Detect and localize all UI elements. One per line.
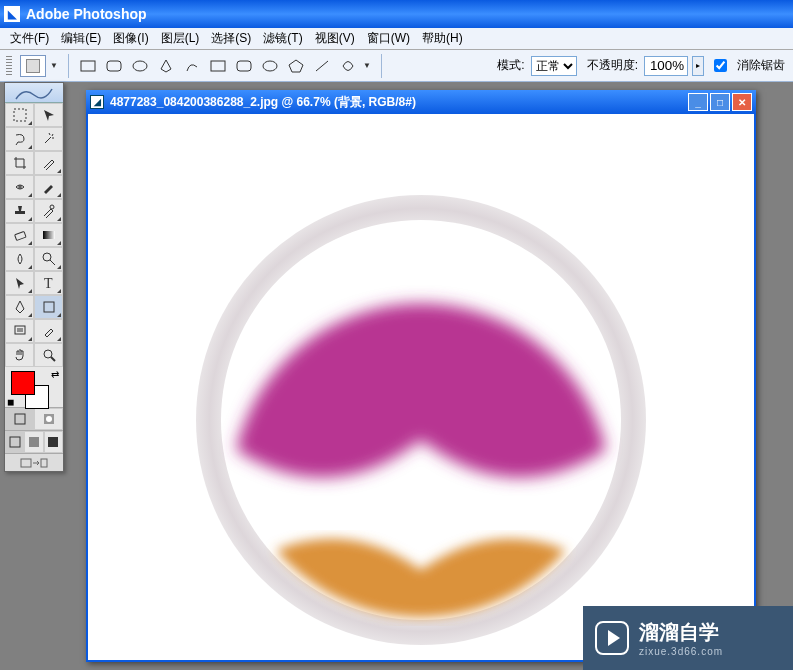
tool-healing[interactable] bbox=[5, 175, 34, 199]
shape-rounded2-icon[interactable] bbox=[233, 55, 255, 77]
tool-shape[interactable] bbox=[34, 295, 63, 319]
tool-stamp[interactable] bbox=[5, 199, 34, 223]
tool-crop[interactable] bbox=[5, 151, 34, 175]
maximize-button[interactable]: □ bbox=[710, 93, 730, 111]
tool-zoom[interactable] bbox=[34, 343, 63, 367]
opacity-label: 不透明度: bbox=[587, 57, 638, 74]
play-icon bbox=[595, 621, 629, 655]
swap-colors-icon[interactable]: ⇄ bbox=[51, 369, 59, 380]
tool-marquee[interactable] bbox=[5, 103, 34, 127]
menu-filter[interactable]: 滤镜(T) bbox=[257, 28, 308, 49]
tool-gradient[interactable] bbox=[34, 223, 63, 247]
svg-rect-0 bbox=[81, 61, 95, 71]
shape-rectangle-icon[interactable] bbox=[77, 55, 99, 77]
standard-mode-icon[interactable] bbox=[5, 408, 34, 430]
svg-line-22 bbox=[51, 357, 55, 361]
menu-view[interactable]: 视图(V) bbox=[309, 28, 361, 49]
svg-point-25 bbox=[46, 416, 52, 422]
screen-standard-icon[interactable] bbox=[5, 431, 24, 453]
svg-line-7 bbox=[316, 61, 328, 71]
tool-dodge[interactable] bbox=[34, 247, 63, 271]
shape-line-icon[interactable] bbox=[311, 55, 333, 77]
shape-freeform-pen-icon[interactable] bbox=[181, 55, 203, 77]
antialias-checkbox[interactable] bbox=[714, 59, 727, 72]
foreground-color[interactable] bbox=[11, 371, 35, 395]
shape-ellipse-icon[interactable] bbox=[129, 55, 151, 77]
default-colors-icon[interactable]: ◼ bbox=[7, 397, 14, 407]
close-button[interactable]: ✕ bbox=[732, 93, 752, 111]
svg-marker-6 bbox=[289, 60, 303, 72]
tool-preset-dropdown-icon[interactable]: ▼ bbox=[50, 61, 60, 70]
options-bar: ▼ ▼ 模式: 正常 不透明度: ▸ 消除锯齿 bbox=[0, 50, 793, 82]
menu-edit[interactable]: 编辑(E) bbox=[55, 28, 107, 49]
separator bbox=[68, 54, 69, 78]
shape-ellipse2-icon[interactable] bbox=[259, 55, 281, 77]
svg-point-2 bbox=[133, 61, 147, 71]
svg-rect-1 bbox=[107, 61, 121, 71]
tool-move[interactable] bbox=[34, 103, 63, 127]
tool-type[interactable]: T bbox=[34, 271, 63, 295]
menu-image[interactable]: 图像(I) bbox=[107, 28, 154, 49]
edit-modes bbox=[5, 407, 63, 430]
tool-blur[interactable] bbox=[5, 247, 34, 271]
svg-point-14 bbox=[43, 253, 51, 261]
svg-rect-13 bbox=[43, 231, 55, 239]
toolbox: T ⇄ ◼ bbox=[4, 82, 64, 472]
menu-help[interactable]: 帮助(H) bbox=[416, 28, 469, 49]
shape-custom-icon[interactable] bbox=[337, 55, 359, 77]
svg-text:T: T bbox=[44, 276, 53, 291]
optionsbar-grip[interactable] bbox=[6, 56, 12, 76]
tool-path-select[interactable] bbox=[5, 271, 34, 295]
color-swatches: ⇄ ◼ bbox=[5, 367, 63, 407]
document-title: 4877283_084200386288_2.jpg @ 66.7% (背景, … bbox=[110, 94, 686, 111]
menubar: 文件(F) 编辑(E) 图像(I) 图层(L) 选择(S) 滤镜(T) 视图(V… bbox=[0, 28, 793, 50]
quickmask-mode-icon[interactable] bbox=[34, 408, 63, 430]
svg-rect-4 bbox=[237, 61, 251, 71]
svg-point-5 bbox=[263, 61, 277, 71]
tool-slice[interactable] bbox=[34, 151, 63, 175]
svg-rect-30 bbox=[41, 459, 47, 467]
svg-line-15 bbox=[50, 260, 55, 265]
shape-rounded-rect-icon[interactable] bbox=[103, 55, 125, 77]
shape-pen-icon[interactable] bbox=[155, 55, 177, 77]
document-canvas[interactable] bbox=[86, 114, 756, 662]
jump-to-imageready[interactable] bbox=[5, 453, 63, 471]
mode-select[interactable]: 正常 bbox=[531, 56, 577, 76]
canvas-artwork bbox=[181, 180, 661, 660]
menu-select[interactable]: 选择(S) bbox=[205, 28, 257, 49]
tool-brush[interactable] bbox=[34, 175, 63, 199]
svg-rect-26 bbox=[10, 437, 20, 447]
tool-pen[interactable] bbox=[5, 295, 34, 319]
shape-options-dropdown-icon[interactable]: ▼ bbox=[363, 61, 373, 70]
tool-preset-picker[interactable] bbox=[20, 55, 46, 77]
tool-notes[interactable] bbox=[5, 319, 34, 343]
screen-full-menubar-icon[interactable] bbox=[24, 431, 43, 453]
menu-layer[interactable]: 图层(L) bbox=[155, 28, 206, 49]
document-titlebar[interactable]: ◢ 4877283_084200386288_2.jpg @ 66.7% (背景… bbox=[86, 90, 756, 114]
svg-rect-3 bbox=[211, 61, 225, 71]
tool-wand[interactable] bbox=[34, 127, 63, 151]
screen-full-icon[interactable] bbox=[44, 431, 63, 453]
mode-label: 模式: bbox=[497, 57, 524, 74]
workspace: T ⇄ ◼ ◢ 4877283_08 bbox=[0, 82, 793, 670]
shape-rect2-icon[interactable] bbox=[207, 55, 229, 77]
tool-hand[interactable] bbox=[5, 343, 34, 367]
document-window: ◢ 4877283_084200386288_2.jpg @ 66.7% (背景… bbox=[86, 90, 756, 662]
separator bbox=[381, 54, 382, 78]
tool-eraser[interactable] bbox=[5, 223, 34, 247]
document-icon: ◢ bbox=[90, 95, 104, 109]
tool-lasso[interactable] bbox=[5, 127, 34, 151]
menu-window[interactable]: 窗口(W) bbox=[361, 28, 416, 49]
menu-file[interactable]: 文件(F) bbox=[4, 28, 55, 49]
toolbox-header[interactable] bbox=[5, 83, 63, 103]
svg-point-11 bbox=[50, 205, 54, 209]
antialias-label: 消除锯齿 bbox=[737, 57, 785, 74]
tool-history-brush[interactable] bbox=[34, 199, 63, 223]
opacity-arrow-icon[interactable]: ▸ bbox=[692, 56, 704, 76]
opacity-input[interactable] bbox=[644, 56, 688, 76]
tool-eyedropper[interactable] bbox=[34, 319, 63, 343]
svg-rect-8 bbox=[14, 109, 26, 121]
shape-polygon-icon[interactable] bbox=[285, 55, 307, 77]
minimize-button[interactable]: _ bbox=[688, 93, 708, 111]
app-icon: ◣ bbox=[4, 6, 20, 22]
